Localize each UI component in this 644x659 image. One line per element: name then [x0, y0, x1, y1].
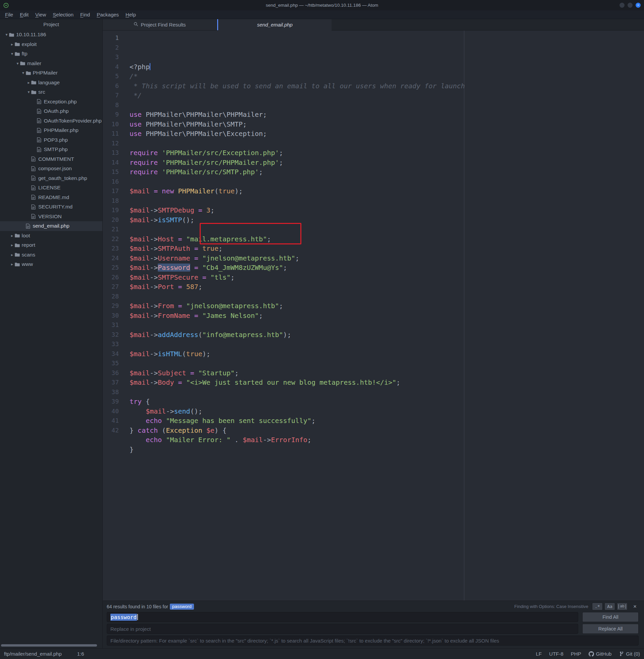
code-line-15[interactable]	[130, 196, 644, 206]
tree-item-pop3-php[interactable]: POP3.php	[0, 135, 102, 145]
code-line-29[interactable]: $mail->addAddress("info@metapress.htb");	[130, 330, 644, 340]
status-cursor-position[interactable]: 1:6	[77, 651, 84, 657]
tree-item-exception-php[interactable]: Exception.php	[0, 97, 102, 107]
tree-item-src[interactable]: ▾src	[0, 87, 102, 97]
menu-file[interactable]: File	[2, 11, 16, 18]
tree-item-commitment[interactable]: COMMITMENT	[0, 154, 102, 164]
menu-find[interactable]: Find	[77, 11, 93, 18]
code-line-39[interactable]: } catch (Exception $e) {	[130, 426, 644, 435]
code-line-6[interactable]: use PHPMailer\PHPMailer\PHPMailer;	[130, 110, 644, 119]
code-area[interactable]: <?php/* * This script will be used to se…	[130, 30, 644, 600]
chevron-down-icon[interactable]: ▾	[4, 32, 9, 37]
status-line-ending[interactable]: LF	[536, 651, 542, 657]
code-line-21[interactable]: $mail->Username = "jnelson@metapress.htb…	[130, 253, 644, 263]
chevron-down-icon[interactable]: ▾	[10, 51, 15, 56]
tree-item-10-10-11-186[interactable]: ▾10.10.11.186	[0, 30, 102, 40]
code-line-36[interactable]: try {	[130, 397, 644, 407]
code-line-32[interactable]	[130, 359, 644, 368]
code-line-40[interactable]: echo "Mailer Error: " . $mail->ErrorInfo…	[130, 435, 644, 445]
minimize-button[interactable]	[620, 3, 624, 8]
code-line-23[interactable]: $mail->SMTPSecure = "tls";	[130, 273, 644, 282]
chevron-right-icon[interactable]: ▸	[10, 252, 15, 257]
tree-item-loot[interactable]: ▸loot	[0, 231, 102, 241]
tree-horizontal-scrollbar[interactable]	[1, 644, 97, 646]
replace-all-button[interactable]: Replace All	[582, 624, 639, 634]
tree-item-ftp[interactable]: ▾ftp	[0, 49, 102, 59]
code-line-31[interactable]: $mail->isHTML(true);	[130, 349, 644, 359]
code-line-26[interactable]: $mail->From = "jnelson@metapress.htb";	[130, 301, 644, 311]
maximize-button[interactable]	[627, 3, 632, 8]
code-line-16[interactable]: $mail->SMTPDebug = 3;	[130, 205, 644, 215]
tree-item-www[interactable]: ▸www	[0, 259, 102, 269]
chevron-down-icon[interactable]: ▾	[21, 70, 26, 75]
find-input[interactable]: password	[107, 612, 578, 622]
chevron-right-icon[interactable]: ▸	[10, 233, 15, 238]
menu-help[interactable]: Help	[122, 11, 139, 18]
code-line-34[interactable]: $mail->Body = "<i>We just started our ne…	[130, 378, 644, 387]
tree-item-oauth-php[interactable]: OAuth.php	[0, 107, 102, 116]
code-line-2[interactable]: /*	[130, 71, 644, 81]
chevron-down-icon[interactable]: ▾	[15, 61, 20, 66]
code-line-4[interactable]: */	[130, 91, 644, 100]
tree-item-composer-json[interactable]: composer.json	[0, 164, 102, 174]
code-line-20[interactable]: $mail->SMTPAuth = true;	[130, 244, 644, 253]
code-line-37[interactable]: $mail->send();	[130, 407, 644, 416]
tree-item-send-email-php[interactable]: send_email.php	[0, 221, 102, 231]
code-line-33[interactable]: $mail->Subject = "Startup";	[130, 368, 644, 378]
code-line-3[interactable]: * This script will be used to send an em…	[130, 81, 644, 91]
chevron-down-icon[interactable]: ▾	[26, 90, 31, 94]
regex-option-button[interactable]: .*	[592, 603, 603, 610]
tree-item-license[interactable]: LICENSE	[0, 183, 102, 193]
tree-item-readme-md[interactable]: README.md	[0, 193, 102, 202]
code-line-25[interactable]	[130, 292, 644, 301]
tree-item-exploit[interactable]: ▸exploit	[0, 40, 102, 49]
menu-selection[interactable]: Selection	[50, 11, 76, 18]
code-line-11[interactable]: require 'PHPMailer/src/PHPMailer.php';	[130, 158, 644, 167]
tree-item-smtp-php[interactable]: SMTP.php	[0, 145, 102, 154]
code-line-9[interactable]	[130, 139, 644, 149]
menu-edit[interactable]: Edit	[17, 11, 31, 18]
line-number-gutter[interactable]: 1234567891011121314151617181920212223242…	[103, 30, 123, 600]
close-button[interactable]: ×	[636, 3, 641, 8]
code-line-41[interactable]: }	[130, 445, 644, 455]
code-line-22[interactable]: $mail->Password = "Cb4_JmWM8zUZWMu@Ys";	[130, 263, 644, 273]
tree-item-version[interactable]: VERSION	[0, 212, 102, 222]
code-line-35[interactable]	[130, 387, 644, 397]
code-line-8[interactable]: use PHPMailer\PHPMailer\Exception;	[130, 129, 644, 139]
tree-item-scans[interactable]: ▸scans	[0, 250, 102, 260]
code-line-27[interactable]: $mail->FromName = "James Nelson";	[130, 311, 644, 321]
code-line-28[interactable]	[130, 320, 644, 330]
code-line-10[interactable]: require 'PHPMailer/src/Exception.php';	[130, 148, 644, 158]
git-status[interactable]: Git (0)	[619, 651, 640, 657]
code-line-12[interactable]: require 'PHPMailer/src/SMTP.php';	[130, 167, 644, 177]
code-line-1[interactable]: <?php	[130, 62, 644, 72]
tree-item-mailer[interactable]: ▾mailer	[0, 59, 102, 68]
tree-item-language[interactable]: ▸language	[0, 78, 102, 88]
find-all-button[interactable]: Find All	[582, 612, 639, 622]
editor[interactable]: 1234567891011121314151617181920212223242…	[103, 30, 644, 600]
chevron-right-icon[interactable]: ▸	[10, 42, 15, 47]
tree-item-security-md[interactable]: SECURITY.md	[0, 202, 102, 212]
menu-packages[interactable]: Packages	[94, 11, 122, 18]
whole-word-option-button[interactable]: ab	[617, 603, 627, 610]
code-line-14[interactable]: $mail = new PHPMailer(true);	[130, 186, 644, 196]
replace-input[interactable]: Replace in project	[107, 624, 578, 634]
code-line-30[interactable]	[130, 339, 644, 349]
tab-send-email-php[interactable]: send_email.php	[217, 19, 331, 30]
github-status[interactable]: GitHub	[589, 651, 612, 657]
code-line-7[interactable]: use PHPMailer\PHPMailer\SMTP;	[130, 119, 644, 129]
match-case-option-button[interactable]: Aa	[604, 603, 615, 610]
tree-item-phpmailer[interactable]: ▾PHPMailer	[0, 68, 102, 78]
tree-item-report[interactable]: ▸report	[0, 241, 102, 250]
menu-view[interactable]: View	[32, 11, 49, 18]
status-grammar[interactable]: PHP	[571, 651, 581, 657]
chevron-right-icon[interactable]: ▸	[26, 80, 31, 85]
file-pattern-input[interactable]: File/directory pattern: For example `src…	[107, 636, 639, 645]
code-line-5[interactable]	[130, 100, 644, 110]
code-line-38[interactable]: echo "Message has been sent successfully…	[130, 416, 644, 426]
tree-item-oauthtokenprovider-php[interactable]: OAuthTokenProvider.php	[0, 116, 102, 126]
chevron-right-icon[interactable]: ▸	[10, 243, 15, 247]
status-encoding[interactable]: UTF-8	[549, 651, 564, 657]
code-line-42[interactable]	[130, 454, 644, 464]
code-line-24[interactable]: $mail->Port = 587;	[130, 282, 644, 292]
